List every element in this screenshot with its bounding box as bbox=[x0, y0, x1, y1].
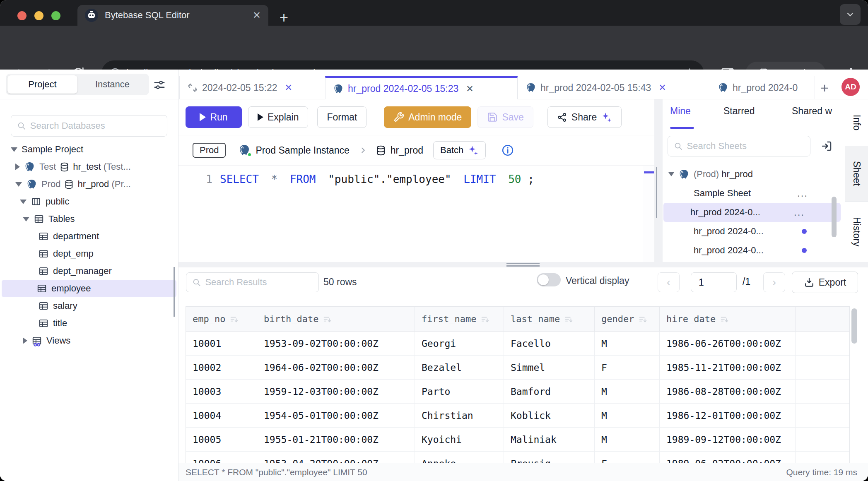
sheet-item-menu[interactable]: ... bbox=[797, 188, 808, 199]
prev-page-button[interactable]: ‹ bbox=[658, 272, 680, 292]
collapse-panel-icon[interactable] bbox=[820, 140, 833, 152]
table-cell: F bbox=[595, 452, 660, 463]
scrollbar-thumb[interactable] bbox=[851, 308, 857, 344]
column-header[interactable]: gender bbox=[595, 307, 660, 332]
column-header[interactable]: emp_no bbox=[186, 307, 257, 332]
table-label: title bbox=[53, 318, 67, 329]
sparkles-icon[interactable] bbox=[601, 112, 612, 123]
results-scrollbar[interactable] bbox=[851, 308, 857, 463]
window-close-button[interactable] bbox=[17, 11, 27, 20]
instance-name[interactable]: Prod Sample Instance bbox=[256, 145, 349, 156]
browser-tab[interactable]: Bytebase SQL Editor ✕ bbox=[77, 5, 268, 26]
chevron-down-icon bbox=[11, 147, 17, 152]
column-header[interactable]: birth_date bbox=[257, 307, 415, 332]
info-icon[interactable] bbox=[502, 144, 514, 156]
sheet-item-clipped: hr_prod 2024-0... bbox=[663, 160, 845, 165]
batch-button[interactable]: Batch bbox=[433, 141, 486, 159]
window-zoom-button[interactable] bbox=[51, 11, 60, 20]
tab-mine[interactable]: Mine bbox=[670, 106, 691, 117]
column-header[interactable]: last_name bbox=[504, 307, 595, 332]
database-name[interactable]: hr_prod bbox=[391, 145, 423, 156]
chevron-down-icon bbox=[15, 182, 22, 187]
vertical-splitter[interactable] bbox=[654, 99, 663, 262]
format-button[interactable]: Format bbox=[317, 106, 366, 128]
rail-tab-info[interactable]: Info bbox=[845, 99, 868, 146]
group-env: (Prod) bbox=[694, 169, 719, 180]
tree-item-table-employee[interactable]: employee bbox=[2, 280, 176, 297]
sidebar-resize-handle[interactable] bbox=[174, 267, 178, 292]
worksheet-tab-4[interactable]: hr_prod 2024-0 bbox=[710, 76, 815, 99]
results-search-input[interactable] bbox=[205, 277, 313, 288]
sheet-item-selected[interactable]: hr_prod 2024-0... ... bbox=[663, 203, 841, 222]
tab-shared[interactable]: Shared w bbox=[792, 106, 832, 117]
close-icon[interactable]: ✕ bbox=[658, 82, 666, 93]
sheet-item-sample-sheet[interactable]: Sample Sheet ... bbox=[663, 184, 845, 203]
vertical-display-toggle[interactable] bbox=[537, 273, 561, 286]
sheet-item-4-clipped[interactable]: hr_prod 2024-0... bbox=[663, 241, 845, 260]
tree-item-tables-group[interactable]: Tables bbox=[2, 210, 176, 228]
result-table-body: 100011953-09-02T00:00:00ZGeorgiFacelloM1… bbox=[186, 332, 849, 463]
worksheet-tab-3[interactable]: hr_prod 2024-02-05 15:43 ✕ bbox=[518, 76, 710, 99]
worksheet-tab-2-active[interactable]: hr_prod 2024-02-05 15:23 ✕ bbox=[325, 76, 518, 99]
table-cell: Chirstian bbox=[415, 404, 504, 428]
tree-item-views-group[interactable]: Views bbox=[2, 332, 176, 349]
tree-item-hr-test[interactable]: Test hr_test (Test... bbox=[2, 158, 176, 176]
sheet-item-3[interactable]: hr_prod 2024-0... bbox=[663, 222, 845, 241]
share-button[interactable]: Share bbox=[547, 106, 622, 128]
tab-starred[interactable]: Starred bbox=[723, 106, 755, 117]
sheet-item-menu[interactable]: ... bbox=[794, 207, 805, 218]
filter-sliders-icon[interactable] bbox=[153, 79, 166, 91]
tree-item-schema-public[interactable]: public bbox=[2, 193, 176, 210]
sql-keyword: LIMIT bbox=[463, 173, 496, 185]
worksheet-tab-label: hr_prod 2024-02-05 15:43 bbox=[540, 82, 651, 94]
admin-mode-button[interactable]: Admin mode bbox=[384, 106, 471, 128]
splitter-handle[interactable] bbox=[506, 263, 540, 267]
run-button[interactable]: Run bbox=[186, 106, 242, 128]
database-icon bbox=[59, 162, 70, 172]
tab-search-button[interactable] bbox=[840, 4, 861, 25]
database-search-input[interactable] bbox=[30, 120, 161, 131]
browser-tab-close-icon[interactable]: ✕ bbox=[253, 10, 261, 21]
save-button[interactable]: Save bbox=[477, 106, 533, 128]
splitter-handle[interactable] bbox=[656, 167, 660, 192]
rail-tab-history[interactable]: History bbox=[845, 202, 868, 262]
sheet-list: hr_prod 2024-0... (Prod) hr_prod Sample … bbox=[663, 160, 845, 260]
add-worksheet-button[interactable]: + bbox=[820, 80, 829, 95]
tree-item-project[interactable]: Sample Project bbox=[2, 141, 176, 158]
tree-item-hr-prod[interactable]: Prod hr_prod (Pr... bbox=[2, 176, 176, 193]
tree-item-table-title[interactable]: title bbox=[2, 315, 176, 332]
new-tab-button[interactable]: + bbox=[280, 9, 288, 26]
results-search[interactable] bbox=[186, 272, 319, 292]
sheet-search-input[interactable] bbox=[687, 141, 804, 152]
tree-item-table-salary[interactable]: salary bbox=[2, 297, 176, 315]
user-avatar[interactable]: AD bbox=[841, 78, 860, 96]
tree-item-table-department[interactable]: department bbox=[2, 228, 176, 245]
rail-tab-sheet[interactable]: Sheet bbox=[845, 146, 868, 202]
column-header[interactable]: first_name bbox=[415, 307, 504, 332]
worksheet-tab-1[interactable]: 2024-02-05 15:22 ✕ bbox=[179, 76, 325, 99]
page-input[interactable]: 1 bbox=[691, 272, 737, 292]
tree-item-table-dept-manager[interactable]: dept_manager bbox=[2, 262, 176, 280]
table-cell-filler bbox=[796, 356, 849, 380]
horizontal-splitter[interactable] bbox=[178, 262, 868, 267]
sheet-group-hr-prod[interactable]: (Prod) hr_prod bbox=[663, 165, 845, 184]
close-icon[interactable]: ✕ bbox=[285, 82, 292, 93]
postgres-icon bbox=[526, 82, 536, 93]
table-cell: 10003 bbox=[186, 380, 257, 404]
sheet-list-scrollbar[interactable] bbox=[832, 197, 837, 237]
sheet-search[interactable] bbox=[668, 136, 810, 156]
editor-scrollbar[interactable] bbox=[643, 166, 654, 262]
next-page-button[interactable]: › bbox=[763, 272, 785, 292]
tree-item-table-dept-emp[interactable]: dept_emp bbox=[2, 245, 176, 262]
export-button[interactable]: Export bbox=[792, 272, 858, 293]
database-search[interactable] bbox=[11, 115, 167, 137]
close-icon[interactable]: ✕ bbox=[466, 84, 473, 94]
tab-project[interactable]: Project bbox=[7, 75, 77, 94]
window-minimize-button[interactable] bbox=[34, 11, 43, 20]
table-cell: 1955-01-21T00:00:00Z bbox=[257, 428, 415, 452]
column-header[interactable]: hire_date bbox=[660, 307, 796, 332]
tab-instance[interactable]: Instance bbox=[77, 75, 147, 94]
explain-button[interactable]: Explain bbox=[248, 106, 308, 128]
postgres-icon bbox=[238, 144, 251, 156]
sql-code-area[interactable]: 1 SELECT * FROM "public"."employee" LIMI… bbox=[178, 166, 654, 262]
